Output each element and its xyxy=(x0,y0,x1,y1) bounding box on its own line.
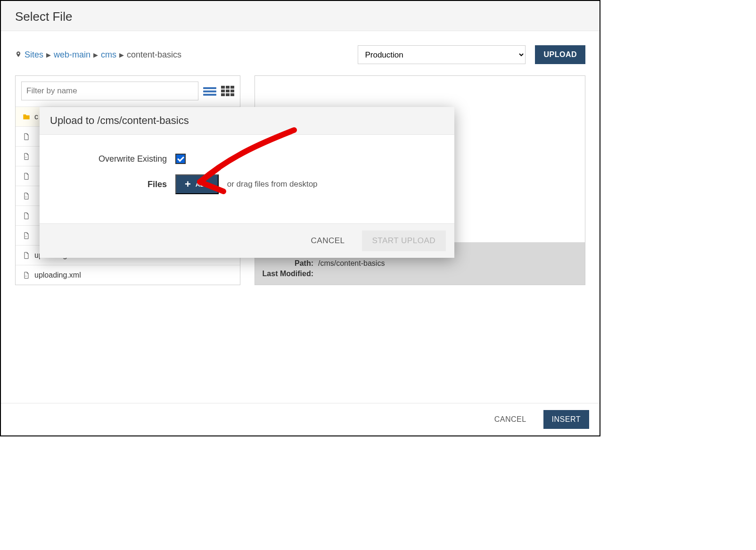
file-icon: <> xyxy=(22,153,31,160)
files-label: Files xyxy=(54,180,167,189)
chevron-right-icon: ▶ xyxy=(46,51,51,58)
folder-icon xyxy=(22,113,31,121)
file-icon xyxy=(22,172,31,180)
add-button-label: ADD xyxy=(196,181,209,188)
svg-text:<>: <> xyxy=(25,235,27,238)
upload-modal-title: Upload to /cms/content-basics xyxy=(40,107,454,135)
chevron-right-icon: ▶ xyxy=(119,51,124,58)
upload-cancel-button[interactable]: CANCEL xyxy=(303,230,353,251)
file-icon: <> xyxy=(22,232,31,239)
dialog-header: Select File xyxy=(1,1,600,31)
drag-hint: or drag files from desktop xyxy=(227,180,318,189)
file-icon xyxy=(22,212,31,220)
list-item-label: uploading.xml xyxy=(34,271,81,279)
details-value-path: /cms/content-basics xyxy=(318,259,385,268)
annotation-arrow-icon xyxy=(172,125,313,210)
details-label-last-modified: Last Modified: xyxy=(262,270,313,278)
svg-text:<>: <> xyxy=(25,275,27,277)
grid-view-icon[interactable] xyxy=(221,86,234,96)
upload-modal: Upload to /cms/content-basics Overwrite … xyxy=(40,107,454,258)
dialog-title: Select File xyxy=(15,9,585,24)
svg-text:<>: <> xyxy=(25,196,27,198)
list-view-icon[interactable] xyxy=(203,86,216,96)
insert-button[interactable]: INSERT xyxy=(543,410,589,429)
list-item-label: c xyxy=(34,113,38,121)
breadcrumb-current: content-basics xyxy=(127,50,181,60)
filter-input[interactable] xyxy=(21,82,198,100)
upload-button[interactable]: UPLOAD xyxy=(535,45,585,64)
breadcrumb: Sites ▶ web-main ▶ cms ▶ content-basics xyxy=(15,50,348,60)
breadcrumb-link-cms[interactable]: cms xyxy=(101,50,116,60)
dialog-footer: CANCEL INSERT xyxy=(1,403,600,435)
file-icon: <> xyxy=(22,192,31,200)
breadcrumb-link-sites[interactable]: Sites xyxy=(25,50,43,60)
svg-text:<>: <> xyxy=(25,156,27,158)
list-item[interactable]: <> uploading.xml xyxy=(16,265,240,285)
details-label-path: Path: xyxy=(262,259,313,268)
file-icon xyxy=(22,252,31,259)
overwrite-checkbox[interactable] xyxy=(175,154,186,164)
chevron-right-icon: ▶ xyxy=(93,51,98,58)
start-upload-button[interactable]: START UPLOAD xyxy=(362,230,446,251)
file-icon: <> xyxy=(22,271,31,279)
overwrite-label: Overwrite Existing xyxy=(54,154,167,164)
environment-select[interactable]: Production xyxy=(358,45,526,64)
file-icon xyxy=(22,133,31,140)
cancel-button[interactable]: CANCEL xyxy=(486,410,535,429)
add-files-button[interactable]: + ADD xyxy=(175,174,219,194)
location-pin-icon xyxy=(15,50,22,60)
breadcrumb-link-web-main[interactable]: web-main xyxy=(54,50,90,60)
